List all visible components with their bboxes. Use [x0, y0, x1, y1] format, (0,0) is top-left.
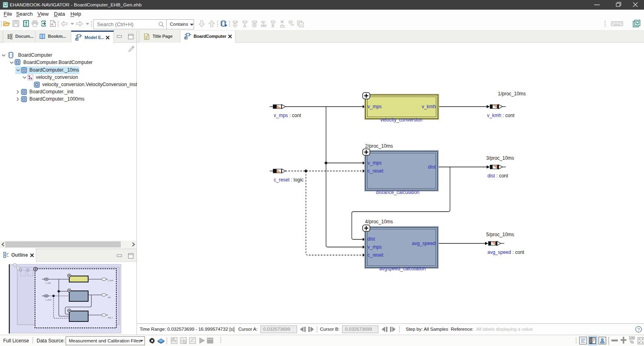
svg-text:v_mps: v_mps — [45, 282, 51, 284]
svg-text:A: A — [51, 23, 54, 26]
svg-text:2/proc_10ms: 2/proc_10ms — [365, 143, 393, 149]
svg-text:v_mps : cont: v_mps : cont — [274, 113, 301, 118]
svg-text:5/proc_10ms: 5/proc_10ms — [486, 232, 514, 237]
svg-text:dist : cont: dist : cont — [487, 173, 508, 179]
svg-text:c_reset: c_reset — [367, 168, 384, 174]
svg-text:avg_s: avg_s — [108, 317, 113, 319]
svg-text:v_mps: v_mps — [367, 160, 382, 166]
svg-text:v_kmh : cont: v_kmh : cont — [487, 113, 515, 118]
svg-text:avg_speed : cont: avg_speed : cont — [487, 249, 524, 255]
svg-text:v_kmh: v_kmh — [422, 104, 436, 109]
svg-text:1/proc_10ms: 1/proc_10ms — [498, 91, 526, 97]
svg-text:c_reset: c_reset — [45, 299, 52, 301]
svg-text:c_reset: c_reset — [367, 252, 384, 258]
svg-text:avg_speed: avg_speed — [412, 241, 436, 246]
svg-text:dist: dist — [428, 164, 436, 170]
svg-text:?: ? — [637, 327, 640, 332]
svg-text:4/proc_10ms: 4/proc_10ms — [365, 219, 393, 224]
svg-text:c_reset : logic: c_reset : logic — [274, 177, 303, 183]
svg-text:3/proc_10ms: 3/proc_10ms — [486, 155, 514, 161]
svg-text:v_kmh: v_kmh — [108, 280, 114, 282]
svg-text:v_mps: v_mps — [367, 104, 382, 109]
svg-text:velocity_conversion: velocity_conversion — [380, 117, 423, 123]
svg-text:avgspeed_calculation: avgspeed_calculation — [379, 266, 425, 272]
svg-text:dist: dist — [367, 236, 375, 242]
svg-text:v_mps: v_mps — [367, 244, 382, 250]
svg-text:distance_calculation: distance_calculation — [376, 189, 419, 195]
svg-text:dist: dist — [108, 297, 111, 299]
